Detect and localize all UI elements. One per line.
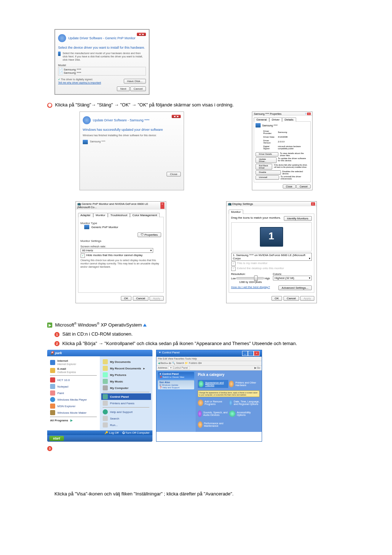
refresh-label: Screen refresh rate: [81,245,161,248]
apply-button[interactable]: Apply [150,296,163,301]
cancel-button[interactable]: Cancel [130,86,146,91]
start-music[interactable]: My Music [103,378,150,385]
window-controls[interactable]: _□× [242,351,260,356]
adapter-dropdown[interactable]: 1. Samsung **** on NVIDIA GeForce 6600 L… [231,253,312,261]
logoff-button[interactable]: 🔑 Log Off [105,431,118,434]
uninstall-button[interactable]: Uninstall [256,175,279,180]
cancel-button[interactable]: Cancel [283,296,299,301]
start-control-panel[interactable]: Control Panel [101,393,151,400]
start-hct[interactable]: HCT 10.0 [50,377,97,383]
cat-addremove[interactable]: Add or Remove Programs [198,400,228,406]
start-msn[interactable]: MSN Explorer [50,403,97,409]
close-button[interactable]: Close [283,185,296,189]
cat-printers[interactable]: Printers and Other Hardware [229,380,260,388]
start-user: 🎴 park [47,350,152,356]
start-docs[interactable]: My Documents [103,358,150,365]
tab-troubleshoot[interactable]: Troubleshoot [108,213,130,217]
driver-details-button[interactable]: Driver Details [256,152,278,157]
monitor-icon [84,225,89,229]
tab-color[interactable]: Color Management [130,213,160,217]
cat-performance[interactable]: Performance and Maintenance [198,421,228,428]
have-disk-button[interactable]: Have Disk... [124,79,146,84]
identify-button[interactable]: Identify Monitors [284,216,312,221]
signed-label: The driver is digitally signed. [61,78,93,81]
cat-sounds[interactable]: Sounds, Speech, and Audio Devices [198,410,228,417]
close-icon[interactable]: × [311,202,315,206]
start-wmp[interactable]: Windows Media Player [50,396,97,403]
instruction-text: Klicka på "Stäng"→ "Stäng" → "OK" → "OK"… [55,102,234,108]
pick-category: Pick a category [198,373,260,377]
turnoff-button[interactable]: ⏻ Turn Off Computer [122,431,150,434]
main-monitor-checkbox: ✓ [231,262,236,266]
settings-label: Monitor Settings [81,239,161,243]
cat-datetime[interactable]: Date, Time, Language, and Regional Optio… [229,400,260,406]
disable-button[interactable]: Disable [256,170,281,175]
model-row[interactable]: 📄 Samsung **** [59,71,145,74]
update-driver-button[interactable]: Update Driver... [256,157,276,163]
properties-button[interactable]: 🛡 Properties [138,232,161,237]
device-name: Samsung **** [262,124,277,127]
cat-accessibility[interactable]: Accessibility Options [229,410,260,417]
back-button[interactable] [83,116,91,124]
start-all-programs[interactable]: All Programs ▶ [50,418,97,423]
close-button[interactable]: Close [167,172,180,177]
step-marker-10: ⓿ [47,103,52,108]
step-marker-1: 1 [54,332,60,337]
success-title: Windows has successfully updated your dr… [83,128,181,131]
cp-menu[interactable]: File Edit View Favorites Tools Help [156,357,262,361]
resolution-slider[interactable] [236,277,264,279]
monitor-type-label: Monitor Type [81,222,161,225]
next-button[interactable]: Next [117,86,129,91]
step-marker-2: 2 [54,341,60,346]
model-label: Model [58,64,146,67]
tab-driver[interactable]: Driver [269,117,282,122]
monitor-icon [83,140,88,144]
tab-monitor[interactable]: Monitor [229,210,244,214]
cp-title: ✦ Control Panel [159,351,180,356]
rollback-button[interactable]: Roll Back Driver [256,164,272,170]
breadcrumb: Update Driver Software - Generic PnP Mon… [68,36,135,40]
ok-button[interactable]: OK [121,296,132,301]
drag-label: Drag the icons to match your monitors. [231,216,281,221]
cancel-button[interactable]: Cancel [133,296,148,301]
cat-appearance[interactable]: Appearance and Themes [198,380,228,388]
tab-adapter[interactable]: Adapter [78,213,93,217]
start-printers[interactable]: Printers and Faxes [103,400,150,406]
tab-general[interactable]: General [254,117,269,122]
close-icon[interactable]: × [307,113,311,115]
warning-text: Clearing this check box allows you to se… [81,259,161,268]
start-button[interactable]: start [49,436,64,441]
resolution-value: 1280 by 1024 pixels [231,281,270,283]
start-help[interactable]: Help and Support [103,409,150,415]
device-name: Samsung **** [90,140,105,144]
model-row[interactable]: 📄 Samsung **** [59,68,145,71]
monitor-icon [256,123,261,127]
start-recent[interactable]: My Recent Documents ▸ [103,365,150,372]
start-search[interactable]: Search [103,415,150,422]
cancel-button[interactable]: Cancel [296,185,311,189]
tab-monitor[interactable]: Monitor [93,213,108,217]
start-notepad[interactable]: Notepad [50,383,97,390]
signing-link[interactable]: Tell me why driver signing is important [58,81,101,84]
ok-button[interactable]: OK [271,296,282,301]
start-run[interactable]: Run... [103,422,150,428]
step2-text: Klicka på "Börja" → "Kontrollpanel" och … [62,341,297,346]
dialog-title: Select the device driver you want to ins… [58,46,146,49]
start-email[interactable]: E-mailOutlook Express [50,366,97,374]
tab-details[interactable]: Details [282,117,296,122]
hide-modes-checkbox[interactable]: ✓ [81,254,85,258]
close-icon[interactable]: × [160,202,164,209]
colors-label: Colors: [273,272,312,276]
start-computer[interactable]: My Computer [103,385,150,391]
start-internet[interactable]: InternetInternet Explorer [50,358,97,366]
monitor-preview[interactable]: 1 [260,227,283,247]
best-display-link[interactable]: How do I get the best display? [231,285,270,290]
advanced-button[interactable]: Advanced Settings... [278,285,311,290]
start-pics[interactable]: My Pictures [103,372,150,378]
colors-dropdown[interactable]: Highest (32 bit) [273,276,312,280]
apply-button[interactable]: Apply [300,296,314,301]
start-wmm[interactable]: Windows Movie Maker [50,409,97,416]
start-paint[interactable]: Paint [50,390,97,396]
refresh-dropdown[interactable]: 60 Hertz [81,248,153,253]
back-button[interactable] [58,34,66,42]
